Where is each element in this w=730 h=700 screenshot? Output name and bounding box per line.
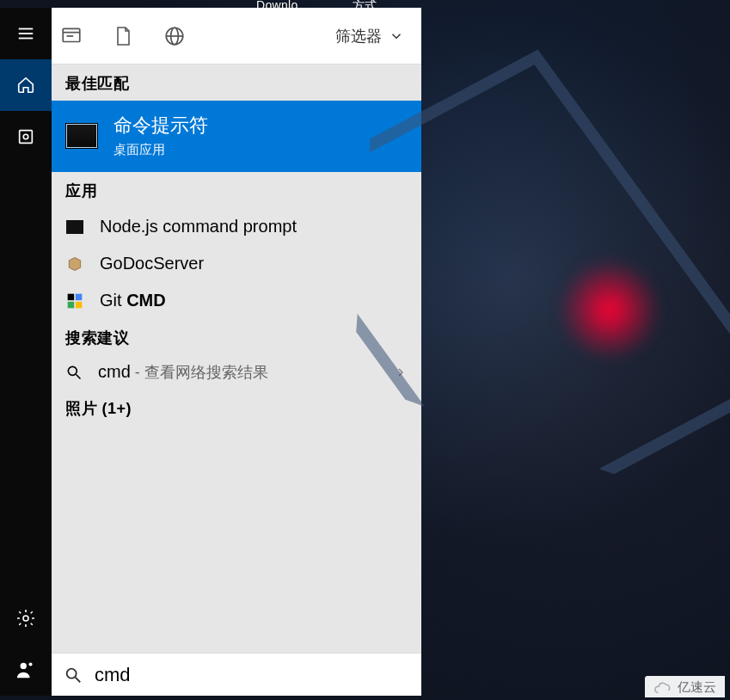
cmd-icon xyxy=(65,123,98,149)
filter-dropdown[interactable]: 筛选器 xyxy=(335,26,404,46)
recent-icon xyxy=(16,127,35,146)
search-icon xyxy=(64,666,83,685)
start-search-panel: 筛选器 最佳匹配 命令提示符 桌面应用 应用 xyxy=(0,8,421,696)
svg-line-21 xyxy=(76,677,81,682)
web-scope-icon xyxy=(163,25,186,47)
web-scope-button[interactable] xyxy=(163,25,186,47)
apps-scope-button[interactable] xyxy=(60,25,83,47)
settings-icon xyxy=(15,608,36,629)
section-apps: 应用 xyxy=(52,172,421,208)
svg-point-20 xyxy=(67,668,77,678)
settings-button[interactable] xyxy=(0,593,52,644)
home-button[interactable] xyxy=(0,59,52,111)
section-photos[interactable]: 照片 (1+) xyxy=(52,390,421,426)
hamburger-button[interactable] xyxy=(0,8,52,59)
search-bar[interactable] xyxy=(52,653,421,696)
recent-button[interactable] xyxy=(0,111,52,163)
app-result-gitcmd[interactable]: Git CMD xyxy=(52,282,421,319)
user-button[interactable] xyxy=(0,644,52,696)
apps-scope-icon xyxy=(60,25,83,47)
chevron-right-icon xyxy=(394,365,408,379)
svg-rect-17 xyxy=(76,301,83,308)
cloud-icon xyxy=(653,681,672,695)
chevron-down-icon xyxy=(389,28,404,44)
best-match-title: 命令提示符 xyxy=(113,113,208,138)
app-result-label: Node.js command prompt xyxy=(100,217,297,236)
best-match-subtitle: 桌面应用 xyxy=(113,142,208,158)
start-rail xyxy=(0,8,52,696)
terminal-icon xyxy=(65,218,84,236)
home-icon xyxy=(16,76,35,95)
documents-scope-icon xyxy=(113,25,133,47)
svg-point-5 xyxy=(23,616,28,621)
suggestion-query: cmd xyxy=(98,362,131,381)
section-best-match: 最佳匹配 xyxy=(52,64,421,101)
desktop-background: Downlo... 方式 xyxy=(0,0,730,700)
package-icon xyxy=(65,255,84,273)
svg-rect-16 xyxy=(68,301,75,308)
svg-point-7 xyxy=(28,663,32,666)
search-results-panel: 筛选器 最佳匹配 命令提示符 桌面应用 应用 xyxy=(52,8,421,696)
hamburger-icon xyxy=(16,24,35,43)
svg-rect-15 xyxy=(76,293,83,300)
svg-rect-14 xyxy=(68,293,75,300)
section-suggestions: 搜索建议 xyxy=(52,319,421,355)
search-scope-bar: 筛选器 xyxy=(52,8,421,64)
filter-label: 筛选器 xyxy=(335,26,382,46)
results-list: 最佳匹配 命令提示符 桌面应用 应用 Node.js command promp… xyxy=(52,64,421,653)
app-result-label: Git CMD xyxy=(100,291,166,310)
documents-scope-button[interactable] xyxy=(112,25,134,47)
suggestion-aux: - 查看网络搜索结果 xyxy=(131,364,268,381)
app-result-label: GoDocServer xyxy=(100,254,204,273)
search-input[interactable] xyxy=(95,664,409,686)
svg-point-6 xyxy=(21,663,27,669)
user-icon xyxy=(16,660,35,679)
svg-point-18 xyxy=(68,366,77,375)
web-suggestion[interactable]: cmd - 查看网络搜索结果 xyxy=(52,355,421,390)
svg-line-19 xyxy=(77,375,81,379)
watermark-text: 亿速云 xyxy=(678,679,716,696)
git-icon xyxy=(65,292,84,310)
svg-rect-8 xyxy=(63,28,80,41)
search-icon xyxy=(65,364,83,381)
app-result-godocserver[interactable]: GoDocServer xyxy=(52,245,421,282)
svg-rect-3 xyxy=(20,131,33,144)
watermark: 亿速云 xyxy=(645,676,725,697)
app-result-nodejs[interactable]: Node.js command prompt xyxy=(52,208,421,245)
best-match-item[interactable]: 命令提示符 桌面应用 xyxy=(52,101,421,172)
svg-point-4 xyxy=(23,134,28,139)
